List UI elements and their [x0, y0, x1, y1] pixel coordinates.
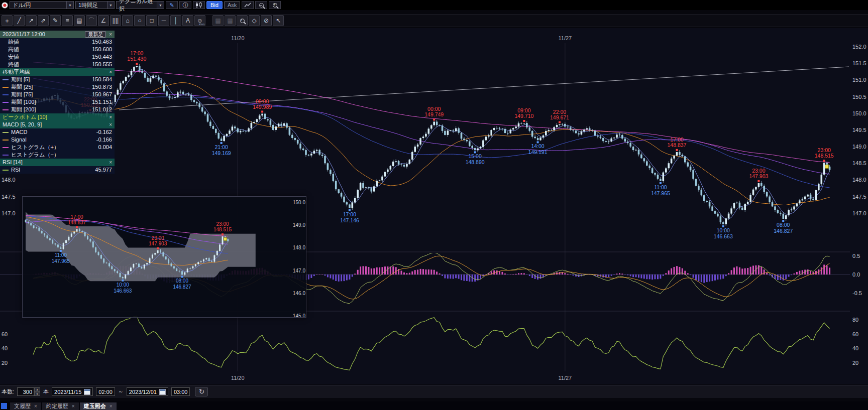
- tab-約定履歴[interactable]: 約定履歴×: [42, 402, 79, 410]
- stepper-up-icon[interactable]: ▲: [34, 387, 40, 392]
- close-icon[interactable]: ×: [109, 160, 112, 165]
- close-icon[interactable]: ×: [109, 115, 112, 120]
- freehand-pencil-button[interactable]: ✎: [50, 15, 61, 26]
- annotation-price: 148.837: [68, 220, 86, 225]
- bar-count-stepper[interactable]: 300 ▲ ▼: [17, 387, 40, 396]
- icon-stamp-button[interactable]: ☺icon: [194, 15, 205, 26]
- indicator-header: RSI [14]×: [0, 159, 115, 166]
- ellipse-shape-button[interactable]: ○: [134, 15, 145, 26]
- annotation-time: 10:00: [117, 282, 129, 288]
- low-marker: [181, 276, 183, 278]
- pentagon-shape-button[interactable]: ⌂: [122, 15, 133, 26]
- template-slot-2-button[interactable]: ▦: [225, 15, 236, 26]
- indicator-value-row: ヒストグラム（+）0.004: [0, 144, 115, 151]
- axis-label: 80: [852, 317, 858, 323]
- rectangle-shape-button[interactable]: □: [146, 15, 157, 26]
- zoom-area-button[interactable]: [237, 15, 248, 26]
- tab-label: 文履歴: [14, 402, 31, 410]
- fibonacci-retracement-button[interactable]: ▤: [74, 15, 85, 26]
- delete-all-button[interactable]: ⊘: [261, 15, 272, 26]
- annotation-time: 08:00: [777, 222, 790, 228]
- vertical-line-button[interactable]: │: [170, 15, 181, 26]
- annotation-price: 148.515: [213, 227, 232, 232]
- timeframe-select[interactable]: 1時間足 ▼: [75, 1, 115, 9]
- from-date-input[interactable]: 2023/11/15: [52, 387, 93, 396]
- mini-chart[interactable]: 17:00148.83723:00147.90323:00148.51511:0…: [23, 197, 306, 317]
- cursor-crosshair-button[interactable]: ＋: [2, 15, 13, 26]
- close-icon[interactable]: ×: [109, 32, 112, 37]
- parallel-lines-button[interactable]: ≡: [62, 15, 73, 26]
- ray-line-button[interactable]: ⇗: [38, 15, 49, 26]
- from-time-input[interactable]: 02:00: [96, 387, 115, 396]
- axis-label: 147.0: [293, 268, 305, 274]
- top-toolbar: ドル/円 ▼ 1時間足 ▼ テクニカル選択 ▼ ✎ ⓘ Bid Ask: [0, 0, 868, 10]
- row-label: ピークボトム [10]: [3, 114, 47, 120]
- zoom-out-button[interactable]: [255, 1, 267, 9]
- eraser-button[interactable]: ◇: [249, 15, 260, 26]
- annotation-price: 147.146: [340, 217, 359, 223]
- tab-strip-icon: [1, 403, 7, 409]
- row-label: 期間 [5]: [11, 77, 30, 82]
- close-icon[interactable]: ×: [109, 122, 112, 127]
- tab-label: 約定履歴: [46, 402, 68, 410]
- close-icon[interactable]: ×: [110, 403, 113, 409]
- bar-count-value[interactable]: 300: [17, 387, 34, 396]
- trend-line-icon: ╱: [17, 17, 21, 24]
- latest-price-marker: [825, 165, 829, 168]
- fibonacci-timezone-button[interactable]: ||||: [110, 15, 121, 26]
- draw-mode-button[interactable]: ✎: [166, 1, 178, 9]
- axis-label: 150.0: [293, 200, 305, 205]
- latest-bar-button[interactable]: 最新足: [85, 31, 106, 38]
- indicator-value-row: ヒストグラム（−）: [0, 151, 115, 159]
- pentagon-shape-icon: ⌂: [126, 17, 129, 24]
- info-button[interactable]: ⓘ: [179, 1, 191, 9]
- high-marker: [523, 120, 525, 122]
- mini-chart-panel[interactable]: 17:00148.83723:00147.90323:00148.51511:0…: [22, 196, 306, 318]
- row-label: 2023/11/17 12:00: [3, 32, 45, 37]
- trend-line-button[interactable]: ╱: [14, 15, 25, 26]
- tab-建玉照会[interactable]: 建玉照会×: [80, 402, 117, 410]
- bid-button[interactable]: Bid: [206, 1, 223, 9]
- annotation-price: 149.989: [253, 104, 272, 110]
- extended-line-button[interactable]: ↗: [26, 15, 37, 26]
- axis-label: 150.0: [852, 110, 866, 116]
- annotation-time: 23:00: [152, 235, 164, 241]
- annotation-time: 17:00: [71, 214, 83, 220]
- from-time-value: 02:00: [98, 389, 113, 395]
- fibonacci-timezone-icon: ||||: [113, 17, 119, 24]
- ask-button[interactable]: Ask: [224, 1, 240, 9]
- candle-chart-button[interactable]: [193, 1, 205, 9]
- close-icon[interactable]: ×: [34, 403, 37, 409]
- calendar-icon[interactable]: [159, 389, 166, 395]
- latest-price-marker: [224, 237, 227, 240]
- fibonacci-arc-button[interactable]: ⌒: [86, 15, 97, 26]
- from-date-value: 2023/11/15: [54, 389, 81, 395]
- high-marker: [559, 121, 561, 123]
- select-arrow-button[interactable]: ↖: [273, 15, 284, 26]
- horizontal-line-button[interactable]: ─: [158, 15, 169, 26]
- to-time-input[interactable]: 03:00: [171, 387, 190, 396]
- to-date-input[interactable]: 2023/12/01: [127, 387, 168, 396]
- technical-select[interactable]: テクニカル選択 ▼: [116, 1, 164, 9]
- calendar-icon[interactable]: [84, 389, 90, 395]
- high-marker: [261, 111, 263, 113]
- gann-fan-button[interactable]: ∠: [98, 15, 109, 26]
- row-value: 151.151: [92, 99, 112, 105]
- row-label: 期間 [25]: [11, 84, 33, 90]
- row-label: 移動平均線: [3, 69, 30, 75]
- zoom-in-button[interactable]: [269, 1, 281, 9]
- date-label-top: 11/20: [231, 35, 245, 41]
- stepper-down-icon[interactable]: ▼: [34, 392, 40, 396]
- reload-button[interactable]: ↻: [195, 387, 208, 396]
- high-marker: [76, 226, 78, 228]
- pair-select[interactable]: ドル/円 ▼: [10, 1, 74, 9]
- tab-文履歴[interactable]: 文履歴×: [10, 402, 41, 410]
- close-icon[interactable]: ×: [109, 70, 112, 75]
- line-chart-button[interactable]: [242, 1, 254, 9]
- text-tool-button[interactable]: A: [182, 15, 193, 26]
- indicator-value-row: 期間 [100]151.151: [0, 98, 115, 106]
- template-slot-1-button[interactable]: ▦: [212, 15, 224, 26]
- close-icon[interactable]: ×: [72, 403, 75, 409]
- row-value: 45.977: [95, 167, 112, 173]
- range-toolbar: 本数: 300 ▲ ▼ 本 2023/11/15 02:00 ～ 2023/12…: [0, 385, 868, 398]
